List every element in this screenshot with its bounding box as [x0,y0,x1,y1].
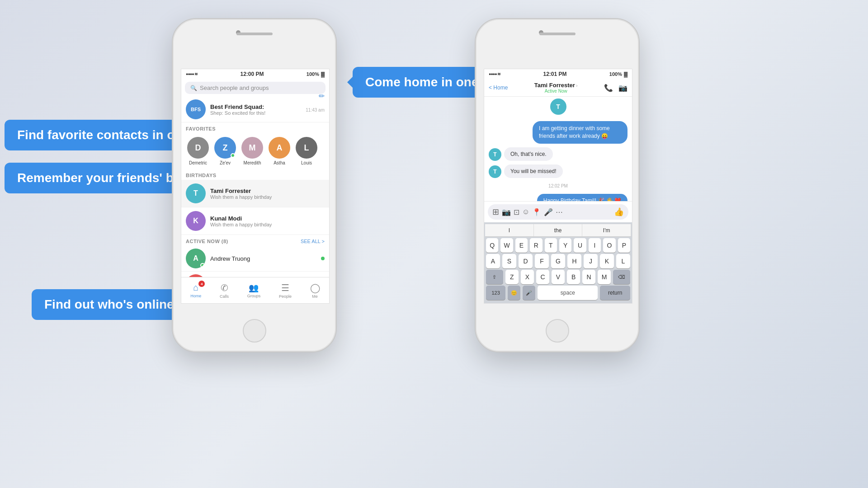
nav-calls[interactable]: ✆ Calls [220,282,229,299]
key-mic[interactable]: 🎤 [523,286,535,300]
suggest-im[interactable]: I'm [582,224,631,236]
recent-item[interactable]: BFS Best Friend Squad: Shep: So excited … [181,97,329,122]
nav-home[interactable]: ⌂ Home 4 [190,282,201,298]
active-avatar-andrew: A [186,249,206,268]
key-b[interactable]: B [567,270,580,284]
apps-icon[interactable]: ⊞ [492,207,499,217]
stickers-icon[interactable]: ⊡ [514,208,519,216]
key-shift[interactable]: ⇧ [486,270,503,284]
suggest-the[interactable]: the [534,224,583,236]
key-g[interactable]: G [551,254,565,268]
key-x[interactable]: X [521,270,534,284]
key-z[interactable]: Z [505,270,519,284]
online-indicator [231,153,235,158]
recent-text: Best Friend Squad: Shep: So excited for … [210,103,265,116]
birthday-item-kunal[interactable]: K Kunal Modi Wish them a happy birthday [181,207,329,235]
phone1-search-bar[interactable]: 🔍 Search people and groups [185,82,326,94]
key-w[interactable]: W [500,238,513,253]
nav-me[interactable]: ◯ Me [310,282,320,299]
chat-contact-name: Tami Forrester [534,82,575,89]
favorite-item-astha[interactable]: A Astha [267,137,292,165]
phone1-screen: ●●●● ≋ 12:00 PM 100% ▓ 🔍 Search people a… [181,69,330,304]
favorite-item-zeev[interactable]: Z Ze'ev [213,137,237,165]
favorite-item-louis[interactable]: L Louis [294,137,319,165]
key-f[interactable]: F [535,254,549,268]
nav-home-label: Home [190,294,201,298]
suggest-i[interactable]: I [485,224,534,236]
msg-bubble-received-2: You will be missed! [504,164,563,178]
home-icon: ⌂ [193,282,198,293]
chat-header: < Home Tami Forrester › Active Now 📞 📷 [484,79,632,97]
key-j[interactable]: J [584,254,598,268]
nav-people-label: People [279,294,292,299]
chat-action-buttons: 📞 📷 [604,84,627,92]
chat-contact-avatar-area: T [484,97,632,117]
nav-calls-label: Calls [220,294,229,299]
key-y[interactable]: Y [559,238,571,253]
key-n[interactable]: N [582,270,595,284]
emoji-icon[interactable]: ☺ [522,208,529,216]
phone2-battery: 100% ▓ [609,71,627,77]
key-p[interactable]: P [618,238,630,253]
recent-avatar: BFS [186,99,206,119]
key-backspace[interactable]: ⌫ [613,270,630,284]
active-person-andrew[interactable]: A Andrew Truong [181,246,329,272]
key-t[interactable]: T [545,238,557,253]
key-u[interactable]: U [574,238,586,253]
key-o[interactable]: O [603,238,615,253]
key-s[interactable]: S [502,254,516,268]
key-c[interactable]: C [536,270,549,284]
birthday-item-tami[interactable]: T Tami Forrester Wish them a happy birth… [181,180,329,207]
birthdays-header: BIRTHDAYS [181,169,329,180]
msg-avatar-received-2: T [489,165,501,178]
key-l[interactable]: L [616,254,630,268]
message-input-bar[interactable]: ⊞ 📷 ⊡ ☺ 📍 🎤 ⋯ 👍 [488,204,628,220]
key-h[interactable]: H [567,254,581,268]
key-m[interactable]: M [598,270,611,284]
nav-groups[interactable]: 👥 Groups [247,283,261,298]
key-q[interactable]: Q [486,238,498,253]
key-123[interactable]: 123 [486,286,505,300]
key-k[interactable]: K [600,254,614,268]
key-i[interactable]: I [589,238,601,253]
active-online-dot-andrew [200,263,205,267]
people-icon: ☰ [281,282,289,293]
key-d[interactable]: D [519,254,533,268]
phone-call-icon[interactable]: 📞 [604,84,613,92]
favorite-item-demetric[interactable]: D Demetric [186,137,210,165]
location-icon[interactable]: 📍 [532,208,541,216]
key-v[interactable]: V [552,270,565,284]
msg-received-1: T Oh, that's nice. [489,147,627,161]
phone1: ●●●● ≋ 12:00 PM 100% ▓ 🔍 Search people a… [172,18,337,352]
key-r[interactable]: R [530,238,542,253]
edit-icon[interactable]: ✏ [319,92,325,100]
key-e[interactable]: E [515,238,528,253]
message-input-area[interactable]: ⊞ 📷 ⊡ ☺ 📍 🎤 ⋯ 👍 [484,201,632,222]
calls-icon: ✆ [221,282,228,293]
thumbs-up-icon[interactable]: 👍 [614,207,624,217]
key-emoji[interactable]: 😊 [508,286,520,300]
birthday-info-tami: Tami Forrester Wish them a happy birthda… [210,188,272,200]
video-call-icon[interactable]: 📷 [618,84,627,92]
bottom-nav: ⌂ Home 4 ✆ Calls 👥 Groups ☰ People ◯ [181,277,329,303]
dots-icon[interactable]: ⋯ [556,208,563,216]
back-button[interactable]: < Home [489,84,508,91]
active-now-header: ACTIVE NOW (8) SEE ALL > [181,235,329,246]
phone2-screen: ●●●● ≋ 12:01 PM 100% ▓ < Home Tami Forre… [484,69,632,304]
key-return[interactable]: return [600,286,630,300]
nav-people[interactable]: ☰ People [279,282,292,299]
key-space[interactable]: space [538,286,598,300]
birthday-info-kunal: Kunal Modi Wish them a happy birthday [210,215,272,227]
mic-icon[interactable]: 🎤 [544,208,553,216]
phone2-home[interactable] [546,319,569,343]
phone1-home[interactable] [243,319,266,343]
phone2-status-bar: ●●●● ≋ 12:01 PM 100% ▓ [484,69,632,79]
phone2: ●●●● ≋ 12:01 PM 100% ▓ < Home Tami Forre… [475,18,640,352]
phone2-signal: ●●●● ≋ [489,72,500,76]
keyboard-row-2: A S D F G H J K L [486,254,630,268]
camera-icon[interactable]: 📷 [502,208,511,216]
recent-time: 11:43 am [306,105,325,113]
key-a[interactable]: A [486,254,500,268]
favorite-item-meredith[interactable]: M Meredith [240,137,264,165]
phone1-speaker [236,33,273,35]
